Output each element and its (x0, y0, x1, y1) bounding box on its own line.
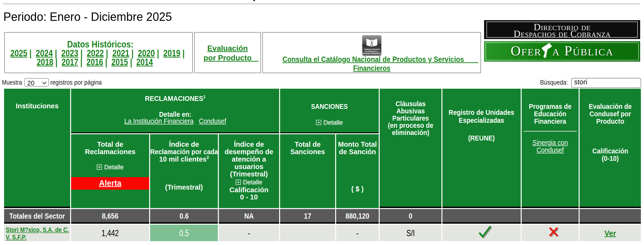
svg-text:$: $ (370, 41, 373, 45)
svg-text:Servicios Financieros: Servicios Financieros (362, 52, 381, 54)
